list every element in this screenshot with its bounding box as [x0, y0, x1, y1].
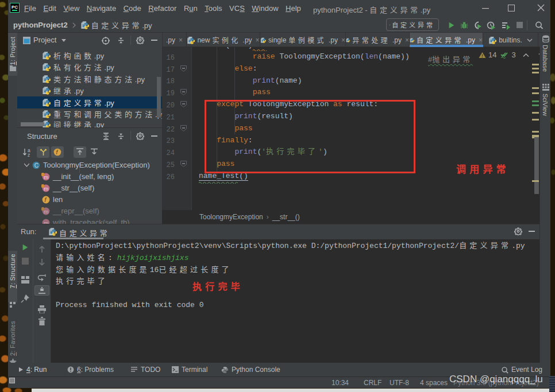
svg-text:m: m: [44, 174, 48, 180]
svg-text:z: z: [28, 152, 30, 157]
svg-text:m: m: [44, 208, 48, 215]
svg-text:C: C: [34, 162, 38, 168]
svg-text:m: m: [44, 185, 48, 192]
